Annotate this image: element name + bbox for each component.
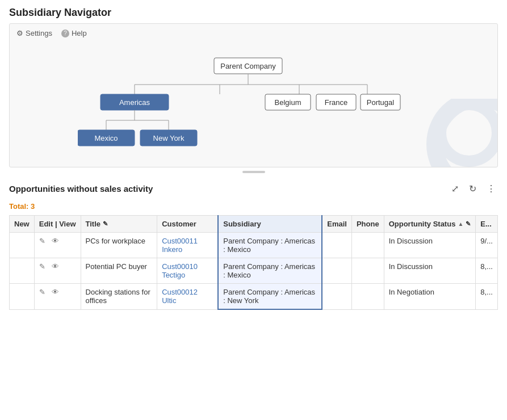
help-icon: [61, 28, 69, 37]
americas-node[interactable]: Americas: [119, 98, 150, 107]
app-title: Subsidiary Navigator: [0, 0, 507, 23]
cell-phone: [351, 233, 384, 258]
status-edit-icon[interactable]: ✎: [466, 220, 471, 228]
col-header-customer: Customer: [157, 216, 219, 233]
view-icon[interactable]: 👁: [52, 262, 59, 271]
table-row: ✎ 👁 Potential PC buyer Cust00010 Tectigo…: [10, 258, 498, 284]
portugal-node[interactable]: Portugal: [366, 98, 394, 107]
cell-title: Docking stations for offices: [81, 284, 157, 310]
customer-link[interactable]: Cust00010 Tectigo: [162, 262, 198, 279]
total-row: Total: 3: [9, 200, 498, 215]
cell-customer: Cust00012 Ultic: [157, 284, 219, 310]
col-header-edit-view: Edit | View: [34, 216, 81, 233]
top-toolbar: Settings Help: [10, 24, 497, 42]
cell-status: In Discussion: [384, 233, 476, 258]
cell-new: [10, 233, 35, 258]
cell-status: In Negotiation: [384, 284, 476, 310]
table-row: ✎ 👁 Docking stations for offices Cust000…: [10, 284, 498, 310]
col-header-opportunity-status: Opportunity Status ▲ ✎: [384, 216, 476, 233]
col-header-email: Email: [322, 216, 351, 233]
mexico-node[interactable]: Mexico: [94, 134, 118, 142]
cell-extra: 8,...: [476, 284, 498, 310]
org-chart: Parent Company Americas Belgium France P…: [10, 42, 497, 167]
refresh-button[interactable]: ↻: [467, 182, 479, 195]
cell-new: [10, 284, 35, 310]
cell-extra: 8,...: [476, 258, 498, 284]
col-header-title: Title ✎: [81, 216, 157, 233]
divider-handle[interactable]: [242, 171, 265, 173]
section-actions: ⤢ ↻ ⋮: [449, 182, 498, 195]
org-tree-svg: Parent Company Americas Belgium France P…: [78, 53, 430, 150]
cell-email: [322, 258, 351, 284]
cell-subsidiary: Parent Company : Americas : Mexico: [218, 258, 322, 284]
cell-customer: Cust00011 Inkero: [157, 233, 219, 258]
cell-actions: ✎ 👁: [34, 258, 81, 284]
section-title: Opportunities without sales activity: [9, 184, 153, 194]
svg-point-17: [435, 99, 497, 167]
total-label: Total:: [9, 202, 28, 211]
col-header-extra: E...: [476, 216, 498, 233]
edit-icon[interactable]: ✎: [39, 237, 45, 245]
france-node[interactable]: France: [324, 98, 347, 107]
total-count: 3: [31, 202, 35, 211]
cell-email: [322, 284, 351, 310]
cell-status: In Discussion: [384, 258, 476, 284]
table-header-row: New Edit | View Title ✎ Customer Subsidi…: [10, 216, 498, 233]
new-york-node[interactable]: New York: [153, 134, 184, 142]
cell-subsidiary: Parent Company : Americas : New York: [218, 284, 322, 310]
col-header-new: New: [10, 216, 35, 233]
cell-title: PCs for workplace: [81, 233, 157, 258]
cell-subsidiary: Parent Company : Americas : Mexico: [218, 233, 322, 258]
org-chart-panel: Settings Help Parent Company Americas: [9, 23, 498, 167]
cell-actions: ✎ 👁: [34, 284, 81, 310]
opportunities-section: Opportunities without sales activity ⤢ ↻…: [0, 177, 507, 319]
cell-customer: Cust00010 Tectigo: [157, 258, 219, 284]
edit-icon[interactable]: ✎: [39, 262, 45, 271]
expand-button[interactable]: ⤢: [449, 182, 461, 195]
cell-phone: [351, 258, 384, 284]
cell-new: [10, 258, 35, 284]
edit-icon[interactable]: ✎: [39, 288, 45, 296]
cell-extra: 9/...: [476, 233, 498, 258]
cell-title: Potential PC buyer: [81, 258, 157, 284]
section-header: Opportunities without sales activity ⤢ ↻…: [9, 177, 498, 200]
belgium-node[interactable]: Belgium: [274, 98, 301, 107]
sort-arrow-icon: ▲: [458, 221, 463, 227]
cell-actions: ✎ 👁: [34, 233, 81, 258]
help-label: Help: [72, 29, 87, 37]
cell-email: [322, 233, 351, 258]
view-icon[interactable]: 👁: [52, 288, 59, 296]
col-header-phone: Phone: [351, 216, 384, 233]
settings-label: Settings: [26, 29, 52, 37]
panel-divider[interactable]: [0, 167, 507, 177]
table-body: ✎ 👁 PCs for workplace Cust00011 Inkero P…: [10, 233, 498, 310]
cell-phone: [351, 284, 384, 310]
title-edit-icon[interactable]: ✎: [103, 220, 108, 228]
customer-link[interactable]: Cust00012 Ultic: [162, 288, 198, 305]
help-link[interactable]: Help: [61, 28, 87, 37]
table-row: ✎ 👁 PCs for workplace Cust00011 Inkero P…: [10, 233, 498, 258]
opportunities-table: New Edit | View Title ✎ Customer Subsidi…: [9, 215, 498, 310]
settings-link[interactable]: Settings: [16, 29, 52, 37]
col-header-subsidiary: Subsidiary: [218, 216, 322, 233]
customer-link[interactable]: Cust00011 Inkero: [162, 237, 198, 254]
root-node-label[interactable]: Parent Company: [220, 62, 276, 70]
view-icon[interactable]: 👁: [52, 237, 59, 245]
svg-point-18: [441, 104, 497, 161]
more-options-button[interactable]: ⋮: [484, 182, 498, 195]
gear-icon: [16, 29, 23, 37]
